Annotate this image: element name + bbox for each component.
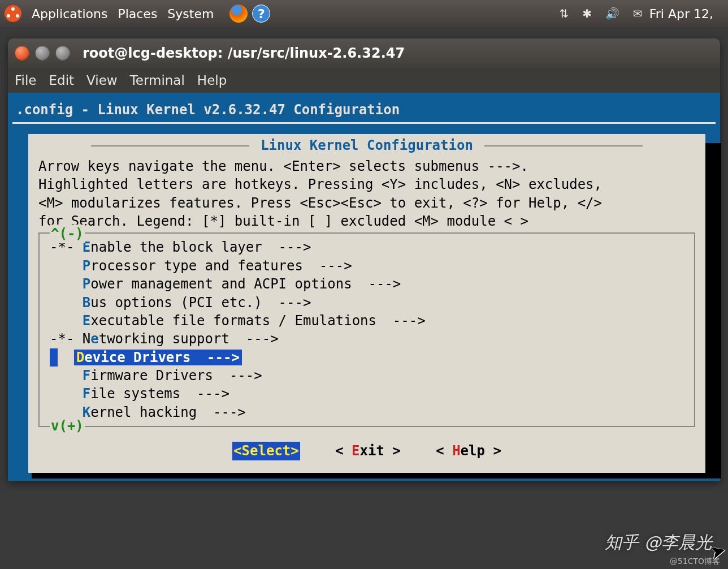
menu-item[interactable]: Bus options (PCI etc.) ---> <box>40 294 694 312</box>
menu-help[interactable]: Help <box>197 73 227 88</box>
gnome-top-panel: Applications Places System ? ⇅ ✱ 🔊 ✉ Fri… <box>0 0 728 27</box>
dialog-title: Linux Kernel Configuration <box>28 134 705 154</box>
menu-item[interactable]: Executable file formats / Emulations ---… <box>40 312 694 330</box>
menu-file[interactable]: File <box>15 73 37 88</box>
clock[interactable]: Fri Apr 12, <box>649 7 713 21</box>
menu-item[interactable]: Firmware Drivers ---> <box>40 367 694 385</box>
firefox-icon[interactable] <box>229 5 248 23</box>
watermark: 知乎 @李晨光 <box>605 531 712 554</box>
exit-button[interactable]: < Exit > <box>335 442 401 460</box>
mail-icon[interactable]: ✉ <box>633 7 643 20</box>
dialog-help-text: Arrow keys navigate the menu. <Enter> se… <box>28 157 705 231</box>
scroll-up-indicator: ^(-) <box>50 225 85 243</box>
scroll-down-indicator: v(+) <box>50 417 85 435</box>
panel-menu-places[interactable]: Places <box>118 7 157 21</box>
menu-item[interactable]: Kernel hacking ---> <box>40 403 694 421</box>
network-icon[interactable]: ⇅ <box>559 7 569 20</box>
menu-view[interactable]: View <box>86 73 118 88</box>
menu-item[interactable]: Power management and ACPI options ---> <box>40 275 694 293</box>
menu-item[interactable]: -*- Networking support ---> <box>40 330 694 348</box>
terminal-viewport[interactable]: .config - Linux Kernel v2.6.32.47 Config… <box>8 93 720 481</box>
help-icon[interactable]: ? <box>252 5 270 23</box>
select-button[interactable]: <Select> <box>232 442 300 460</box>
menu-terminal[interactable]: Terminal <box>130 73 185 88</box>
terminal-menubar: File Edit View Terminal Help <box>8 68 720 93</box>
window-title: root@lcg-desktop: /usr/src/linux-2.6.32.… <box>83 45 405 61</box>
menu-edit[interactable]: Edit <box>49 73 75 88</box>
window-maximize-button[interactable] <box>55 46 70 61</box>
terminal-window: root@lcg-desktop: /usr/src/linux-2.6.32.… <box>8 38 720 481</box>
panel-menu-applications[interactable]: Applications <box>32 7 107 21</box>
menuconfig-dialog: Linux Kernel Configuration Arrow keys na… <box>28 134 705 472</box>
menu-item[interactable]: File systems ---> <box>40 385 694 403</box>
volume-icon[interactable]: 🔊 <box>605 7 619 20</box>
menu-list[interactable]: ^(-) -*- Enable the block layer ---> Pro… <box>38 232 695 427</box>
dialog-button-row: <Select> < Exit > < Help > <box>28 436 705 472</box>
window-minimize-button[interactable] <box>35 46 50 61</box>
ubuntu-logo-icon[interactable] <box>5 5 21 22</box>
panel-menu-system[interactable]: System <box>167 7 214 21</box>
bluetooth-icon[interactable]: ✱ <box>582 7 592 20</box>
titlebar[interactable]: root@lcg-desktop: /usr/src/linux-2.6.32.… <box>8 38 720 68</box>
menu-item-selected[interactable]: . Device Drivers ---> <box>50 348 252 367</box>
help-button[interactable]: < Help > <box>436 442 501 460</box>
config-header: .config - Linux Kernel v2.6.32.47 Config… <box>11 97 717 120</box>
config-rule <box>12 122 716 124</box>
menu-item[interactable]: -*- Enable the block layer ---> <box>40 238 694 256</box>
window-close-button[interactable] <box>15 46 29 61</box>
menu-item[interactable]: Processor type and features ---> <box>40 257 694 275</box>
